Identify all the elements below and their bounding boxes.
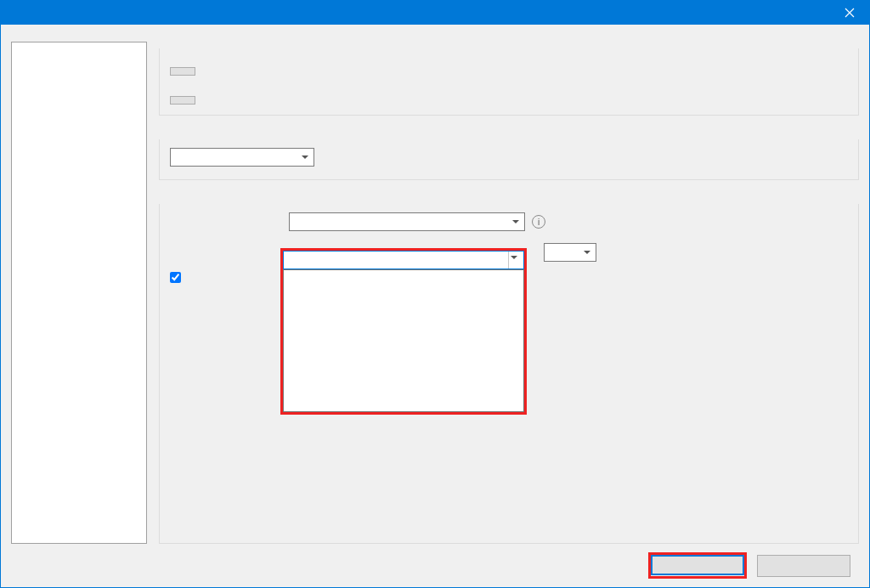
reading-order-select[interactable] xyxy=(170,148,314,167)
font-size-select[interactable] xyxy=(544,243,596,262)
reading-order-select-wrap xyxy=(170,148,314,169)
ok-button-highlight xyxy=(648,552,747,579)
categories-column xyxy=(11,37,147,544)
default-editors-group xyxy=(159,48,859,116)
close-icon[interactable] xyxy=(830,1,869,25)
chevron-down-icon xyxy=(511,216,521,226)
fallback-font-select[interactable] xyxy=(289,212,525,231)
dialog-buttons xyxy=(11,552,859,579)
default-font-options-list[interactable] xyxy=(283,269,524,412)
enable-artificial-input[interactable] xyxy=(170,272,181,283)
ok-button[interactable] xyxy=(651,555,744,575)
page-editor-button[interactable] xyxy=(170,96,195,105)
chevron-down-icon xyxy=(582,246,592,257)
categories-list[interactable] xyxy=(11,42,147,544)
default-font-dropdown-highlight xyxy=(280,248,527,415)
preferences-window: i xyxy=(0,0,870,588)
settings-panel: i xyxy=(159,37,859,544)
info-icon[interactable]: i xyxy=(532,215,545,229)
reading-order-group xyxy=(159,139,859,180)
main-area: i xyxy=(11,37,859,544)
window-body: i xyxy=(1,25,869,587)
title-bar xyxy=(1,1,869,25)
font-options-group: i xyxy=(159,204,859,544)
image-editor-button[interactable] xyxy=(170,67,195,76)
chevron-down-icon xyxy=(508,252,523,269)
chevron-down-icon xyxy=(300,151,310,161)
cancel-button[interactable] xyxy=(757,555,850,577)
default-font-select[interactable] xyxy=(283,251,524,269)
